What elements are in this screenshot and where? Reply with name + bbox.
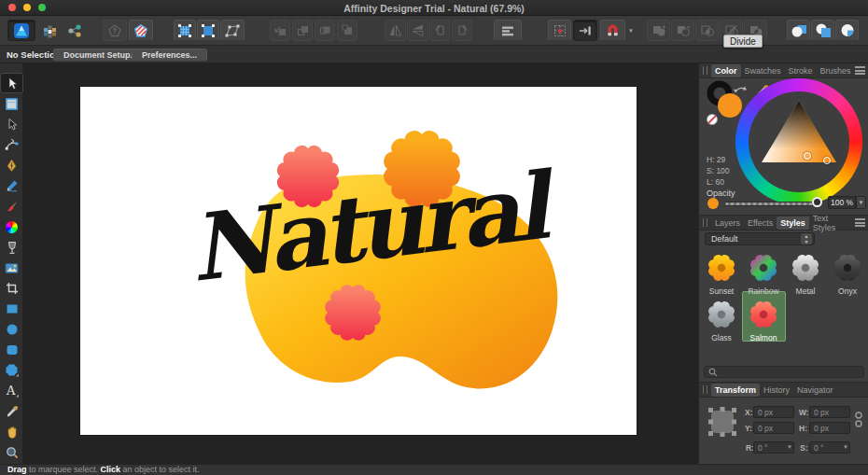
view-tool[interactable]: [0, 422, 23, 442]
export-persona-button[interactable]: [63, 20, 86, 41]
glass-icon: [7, 241, 18, 255]
panel-grip-icon[interactable]: [703, 66, 707, 75]
force-pixel-alignment-button[interactable]: [174, 20, 196, 41]
designer-persona-button[interactable]: [7, 20, 35, 41]
tab-navigator[interactable]: Navigator: [793, 384, 837, 397]
opacity-value[interactable]: 100 %: [828, 196, 856, 209]
rotate-clockwise-button[interactable]: [452, 20, 472, 41]
pixel-persona-button[interactable]: [38, 20, 61, 41]
snap-to-grid-button[interactable]: [548, 20, 571, 41]
tab-layers[interactable]: Layers: [711, 217, 744, 230]
custom-shape-tool[interactable]: [0, 360, 23, 381]
preferences-button[interactable]: Preferences...: [132, 49, 207, 62]
node-tool[interactable]: [0, 114, 23, 134]
alignment-button[interactable]: [494, 20, 522, 41]
move-snap-button[interactable]: [573, 20, 597, 41]
y-field[interactable]: 0 px: [753, 422, 794, 434]
insert-inside-button[interactable]: [835, 20, 859, 41]
move-to-back-button[interactable]: [270, 20, 290, 41]
corner-tool[interactable]: [0, 134, 23, 155]
vector-crop-tool[interactable]: [0, 278, 23, 299]
snapping-button[interactable]: [600, 20, 625, 41]
anchor-point-selector[interactable]: [707, 405, 738, 439]
move-by-whole-pixels-button[interactable]: [197, 20, 219, 41]
panel-menu-icon[interactable]: [855, 218, 865, 227]
move-to-front-button[interactable]: [337, 20, 357, 41]
insert-on-top-button[interactable]: [811, 20, 834, 41]
vector-brush-tool[interactable]: [0, 196, 23, 217]
style-label: Glass: [701, 333, 742, 342]
style-item-sunset[interactable]: Sunset: [701, 252, 742, 296]
move-to-artboard-button[interactable]: [103, 20, 127, 41]
tab-history[interactable]: History: [760, 384, 793, 397]
rotate-ccw-icon: [433, 23, 447, 37]
style-item-onyx[interactable]: Onyx: [827, 252, 868, 296]
link-dimensions-icon[interactable]: [855, 409, 862, 431]
style-category-stepper-icon[interactable]: ▲▼: [801, 233, 812, 244]
insert-behind-icon: [791, 22, 807, 38]
style-item-metal[interactable]: Metal: [785, 252, 826, 296]
ellipse-tool[interactable]: [0, 319, 23, 340]
rectangle-tool[interactable]: [0, 299, 23, 319]
flower-red-bottom[interactable]: [325, 285, 381, 341]
fill-swatch[interactable]: [718, 93, 742, 118]
style-item-glass[interactable]: Glass: [701, 299, 742, 342]
insert-on-top-icon: [815, 22, 832, 38]
tab-swatches[interactable]: Swatches: [741, 64, 785, 77]
transform-objects-separately-button[interactable]: [220, 20, 245, 41]
r-dropdown-icon[interactable]: ▼: [785, 441, 794, 454]
tab-text-styles[interactable]: Text Styles: [809, 212, 856, 234]
fill-tool[interactable]: [0, 217, 23, 237]
opacity-slider[interactable]: [724, 202, 818, 206]
style-item-salmon-selected[interactable]: Salmon: [743, 299, 784, 342]
color-picker-tool[interactable]: [0, 401, 23, 422]
boolean-intersect-button[interactable]: [695, 20, 719, 41]
x-field[interactable]: 0 px: [753, 406, 794, 418]
text-tool[interactable]: A: [0, 381, 23, 401]
s-dropdown-icon[interactable]: ▼: [841, 441, 850, 454]
insert-behind-button[interactable]: [787, 20, 810, 41]
pencil-tool[interactable]: [0, 175, 23, 196]
forward-one-button[interactable]: [315, 20, 335, 41]
opacity-slider-knob[interactable]: [812, 197, 822, 207]
style-category-select[interactable]: Default: [705, 232, 815, 245]
status-mid: to marquee select.: [27, 465, 101, 474]
canvas-viewport[interactable]: Natural: [23, 63, 698, 464]
rotate-counterclockwise-button[interactable]: [429, 20, 450, 41]
boolean-add-button[interactable]: [647, 20, 670, 41]
sunset-gear-icon: [705, 252, 738, 286]
panel-grip-icon[interactable]: [703, 385, 707, 394]
style-item-rainbow[interactable]: Rainbow: [743, 252, 784, 296]
move-tool[interactable]: [0, 73, 23, 93]
artboard-tool[interactable]: [0, 93, 23, 114]
panel-menu-icon[interactable]: [855, 66, 865, 75]
snapping-dropdown-button[interactable]: ▼: [625, 20, 637, 41]
h-field[interactable]: 0 px: [809, 422, 850, 434]
zoom-tool[interactable]: [0, 442, 23, 463]
artboard[interactable]: Natural: [80, 87, 637, 435]
tab-styles[interactable]: Styles: [777, 217, 809, 230]
pen-tool[interactable]: [0, 155, 23, 175]
alignment-icon: [500, 24, 515, 37]
flip-vertical-button[interactable]: [407, 20, 428, 41]
opacity-dropdown-button[interactable]: ▼: [856, 196, 866, 209]
style-search-input[interactable]: [704, 366, 864, 378]
transparency-tool[interactable]: [0, 237, 23, 258]
w-field[interactable]: 0 px: [809, 406, 850, 418]
tab-effects[interactable]: Effects: [744, 217, 777, 230]
boolean-subtract-button[interactable]: [671, 20, 694, 41]
back-one-button[interactable]: [292, 20, 313, 41]
shape-cog-icon: [5, 363, 20, 378]
place-image-tool[interactable]: [0, 258, 23, 278]
tab-color[interactable]: Color: [711, 64, 741, 77]
panel-grip-icon[interactable]: [703, 218, 707, 227]
styles-panel-tabbar: Layers Effects Styles Text Styles: [699, 216, 868, 231]
rounded-rectangle-tool[interactable]: [0, 340, 23, 360]
edit-all-layers-button[interactable]: [129, 20, 153, 41]
tab-transform[interactable]: Transform: [711, 384, 760, 397]
flip-horizontal-button[interactable]: [385, 20, 406, 41]
tab-brushes[interactable]: Brushes: [817, 64, 855, 77]
hue-selector[interactable]: [823, 157, 831, 164]
sl-selector[interactable]: [804, 152, 811, 160]
tab-stroke[interactable]: Stroke: [785, 64, 817, 77]
